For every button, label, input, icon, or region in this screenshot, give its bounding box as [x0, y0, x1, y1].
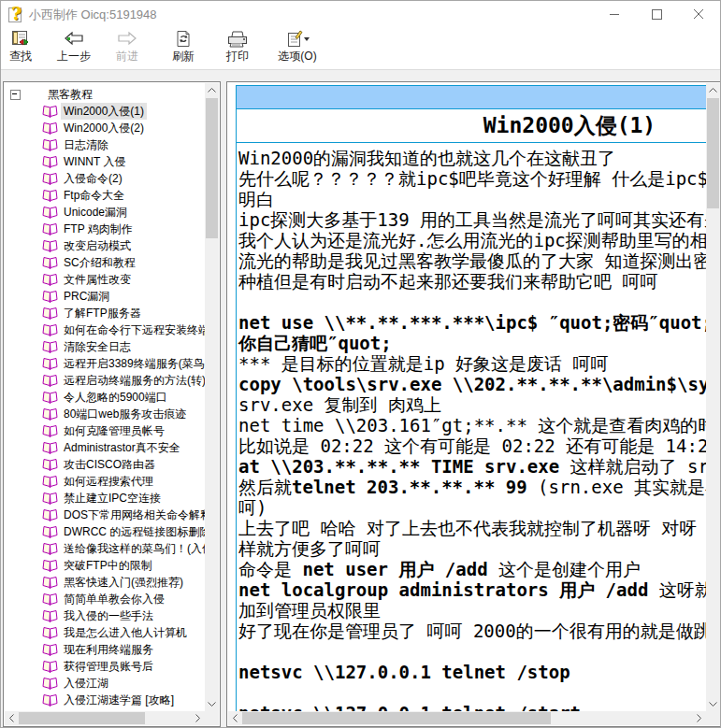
tree-item[interactable]: PRC漏洞	[5, 288, 205, 305]
title-bar: ? 小西制作 Oicq:5191948	[1, 1, 720, 27]
forward-button[interactable]: 前进	[109, 30, 145, 67]
book-icon	[42, 239, 58, 253]
tree-item[interactable]: DOS下常用网络相关命令解释	[5, 507, 205, 523]
content-line: at \\203.**.**.** TIME srv.exe 这样就启动了 sr…	[238, 456, 706, 477]
tree-item[interactable]: 远程启动终端服务的方法(转)	[5, 372, 205, 389]
tree-item[interactable]: Win2000入侵(1)	[5, 103, 205, 120]
tree-item-label: 攻击CISCO路由器	[61, 456, 158, 473]
content-line: net time \\203.161″gt;**.** 这个就是查看肉鸡的时间	[238, 415, 706, 435]
maximize-button[interactable]	[636, 1, 678, 27]
tree-root-item[interactable]: 黑客教程	[5, 86, 205, 103]
scroll-down-icon[interactable]	[706, 697, 720, 711]
content-line: ipc探测大多基于139 用的工具当然是流光了呵呵其实还有别	[238, 209, 706, 230]
tree-item[interactable]: 如何克隆管理员帐号	[5, 422, 205, 439]
tree-item[interactable]: 突破FTP中的限制	[5, 557, 205, 574]
back-button[interactable]: 上一步	[52, 30, 95, 67]
book-icon	[42, 559, 58, 573]
tree-item[interactable]: 令人忽略的5900端口	[5, 389, 205, 406]
content-line	[238, 641, 706, 662]
book-icon	[42, 424, 58, 438]
topic-body: Win2000的漏洞我知道的也就这几个在这献丑了先什么呢？？？？？就ipc$吧毕…	[237, 143, 706, 711]
tree-item[interactable]: FTP 鸡肉制作	[5, 221, 205, 237]
tree-item[interactable]: 黑客快速入门(强烈推荐)	[5, 574, 205, 591]
find-button[interactable]: 查找	[5, 30, 36, 67]
book-icon	[42, 407, 58, 421]
tree-item[interactable]: 80端口web服务攻击痕迹	[5, 406, 205, 422]
tree-item[interactable]: 远程开启3389终端服务(菜鸟	[5, 355, 205, 372]
print-button[interactable]: 打印	[220, 30, 255, 67]
tree-item[interactable]: Win2000入侵(2)	[5, 120, 205, 136]
tree-item[interactable]: 我是怎么进入他人计算机	[5, 624, 205, 641]
book-icon	[42, 138, 58, 152]
tree-item[interactable]: 日志清除	[5, 136, 205, 153]
book-icon	[42, 525, 58, 539]
tree-item[interactable]: WINNT 入侵	[5, 153, 205, 170]
options-icon	[272, 30, 323, 49]
tree-item[interactable]: 入侵江湖	[5, 675, 205, 692]
tree-item-label: 简简单单教会你入侵	[61, 591, 167, 607]
book-icon	[42, 592, 58, 607]
book-icon	[42, 626, 58, 640]
tree-vscroll-thumb[interactable]	[206, 98, 218, 238]
book-icon	[42, 323, 58, 337]
tree-item-label: Win2000入侵(2)	[61, 120, 147, 136]
tree-item-label: 突破FTP中的限制	[61, 557, 155, 574]
content-line: 我个人认为还是流光好.怎么用流光的ipc探测帮助里写的相	[238, 230, 706, 250]
content-line: 然后就telnet 203.**.**.** 99 (srn.exe 其实就是在	[238, 477, 706, 497]
book-icon	[42, 508, 58, 522]
tree-vertical-scrollbar[interactable]	[205, 83, 219, 711]
tree-item[interactable]: 禁止建立IPC空连接	[5, 490, 205, 507]
content-hscroll-thumb[interactable]	[242, 712, 551, 724]
tree-item[interactable]: 清除安全日志	[5, 338, 205, 355]
content-line: 明白	[238, 189, 706, 209]
tree-item[interactable]: 了解FTP服务器	[5, 305, 205, 321]
tree-item[interactable]: Ftp命令大全	[5, 187, 205, 204]
scroll-left-icon[interactable]	[5, 711, 19, 725]
content-horizontal-scrollbar[interactable]	[228, 711, 706, 725]
book-icon	[42, 643, 58, 657]
tree-item[interactable]: 送给像我这样的菜鸟们！(入侵	[5, 540, 205, 557]
scroll-right-icon[interactable]	[692, 711, 706, 725]
tree-item-label: 令人忽略的5900端口	[61, 389, 170, 406]
tree-item[interactable]: 如何远程搜索代理	[5, 473, 205, 490]
refresh-button[interactable]: 刷新	[166, 30, 201, 67]
tree-item[interactable]: 入侵江湖速学篇 [攻略]	[5, 692, 205, 708]
scroll-up-icon[interactable]	[205, 83, 219, 97]
content-line: 命令是 net user 用户 /add 这个是创建个用户	[238, 559, 706, 579]
toc-tree: 黑客教程 Win2000入侵(1)Win2000入侵(2)日志清除WINNT 入…	[5, 83, 205, 711]
scroll-left-icon[interactable]	[228, 711, 242, 725]
tree-item[interactable]: SC介绍和教程	[5, 254, 205, 271]
tree-item[interactable]: Administrastor真不安全	[5, 439, 205, 456]
minimize-button[interactable]	[594, 1, 636, 27]
topic-header-bar	[237, 85, 706, 109]
tree-item[interactable]: 入侵命令(2)	[5, 170, 205, 187]
tree-item[interactable]: 简简单单教会你入侵	[5, 591, 205, 607]
tree-item[interactable]: 文件属性改变	[5, 271, 205, 288]
back-button-label: 上一步	[52, 50, 95, 63]
content-vscroll-thumb[interactable]	[707, 98, 719, 208]
content-line: 上去了吧 哈哈 对了上去也不代表我就控制了机器呀 对呀	[238, 518, 706, 538]
content-vertical-scrollbar[interactable]	[706, 83, 720, 711]
tree-item[interactable]: 攻击CISCO路由器	[5, 456, 205, 473]
tree-item-label: 我入侵的一些手法	[61, 607, 156, 624]
options-button[interactable]: 选项(O)	[272, 30, 323, 67]
help-app-icon: ?	[7, 6, 24, 22]
tree-hscroll-thumb[interactable]	[19, 712, 145, 724]
tree-item-label: FTP 鸡肉制作	[61, 221, 136, 237]
tree-item[interactable]: DWRCC 的远程链接图标删除	[5, 523, 205, 540]
find-button-label: 查找	[5, 50, 36, 63]
tree-item-label: 如何远程搜索代理	[61, 473, 156, 490]
collapse-minus-icon[interactable]	[10, 90, 21, 100]
tree-horizontal-scrollbar[interactable]	[5, 711, 205, 725]
tree-item[interactable]: 改变启动模式	[5, 237, 205, 254]
scroll-up-icon[interactable]	[706, 83, 720, 97]
tree-item[interactable]: 我入侵的一些手法	[5, 607, 205, 624]
tree-item-label: SC介绍和教程	[61, 254, 138, 271]
scroll-down-icon[interactable]	[205, 697, 219, 711]
close-button[interactable]	[678, 1, 720, 27]
tree-item[interactable]: 如何在命令行下远程安装终端	[5, 321, 205, 338]
tree-item[interactable]: Unicode漏洞	[5, 204, 205, 221]
tree-item[interactable]: 现在利用终端服务	[5, 641, 205, 658]
tree-item[interactable]: 获得管理员账号后	[5, 658, 205, 675]
scroll-right-icon[interactable]	[191, 711, 205, 725]
